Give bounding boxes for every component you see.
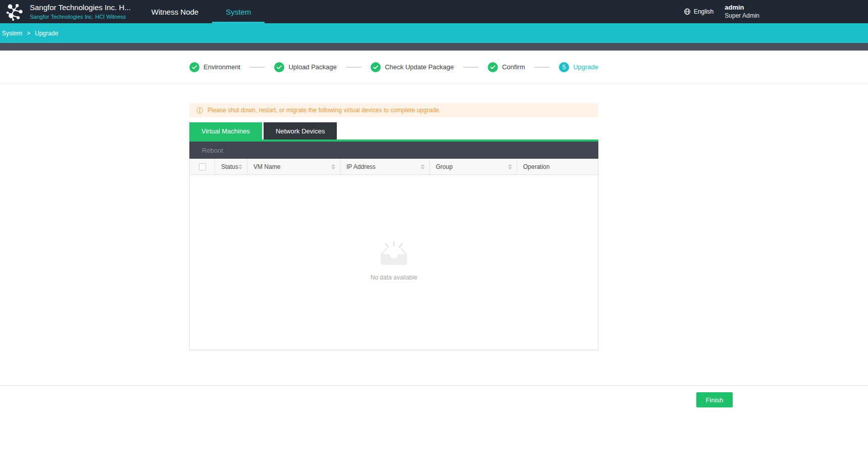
step-check-icon xyxy=(274,62,284,72)
user-menu[interactable]: admin Super Admin xyxy=(725,4,759,20)
column-header-status[interactable]: Status xyxy=(215,159,247,174)
stepper-row: Environment Upload Package Check Update … xyxy=(0,51,868,84)
brand-text: Sangfor Technologies Inc. H... Sangfor T… xyxy=(30,0,131,23)
column-label: Group xyxy=(436,163,452,170)
tab-virtual-machines[interactable]: Virtual Machines xyxy=(189,122,262,140)
tab-network-devices[interactable]: Network Devices xyxy=(264,122,337,140)
table-toolbar: Reboot xyxy=(189,142,598,159)
product-subtitle: Sangfor Technologies Inc. HCI Witness xyxy=(30,14,131,21)
sort-icon xyxy=(421,164,425,169)
nav-item-label: System xyxy=(226,8,251,16)
step-check-update-package: Check Update Package xyxy=(371,62,454,72)
breadcrumb-separator: > xyxy=(27,30,30,37)
step-upgrade-current: 5 Upgrade xyxy=(559,62,598,72)
sort-icon xyxy=(331,164,335,169)
header-right: English admin Super Admin xyxy=(684,0,868,23)
info-icon xyxy=(196,107,203,114)
brand-logo xyxy=(4,0,24,23)
column-header-ip-address[interactable]: IP Address xyxy=(340,159,429,174)
sort-icon xyxy=(508,164,512,169)
step-confirm: Confirm xyxy=(488,62,525,72)
user-name: admin xyxy=(725,4,759,12)
step-label: Upgrade xyxy=(573,63,598,71)
column-label: Status xyxy=(221,163,238,170)
step-check-icon xyxy=(371,62,381,72)
user-role: Super Admin xyxy=(725,12,759,20)
empty-inbox-icon xyxy=(377,241,411,267)
column-header-group[interactable]: Group xyxy=(429,159,517,174)
app-header: Sangfor Technologies Inc. H... Sangfor T… xyxy=(0,0,868,23)
step-connector xyxy=(249,67,265,68)
finish-button[interactable]: Finish xyxy=(696,392,733,407)
sub-header-strip xyxy=(0,43,868,51)
table-body: No data available xyxy=(189,175,598,350)
select-all-cell xyxy=(190,159,215,174)
select-all-checkbox[interactable] xyxy=(199,163,206,170)
step-check-icon xyxy=(189,62,199,72)
molecule-logo-icon xyxy=(4,2,24,22)
reboot-button[interactable]: Reboot xyxy=(202,147,223,154)
column-label: VM Name xyxy=(253,163,280,170)
step-label: Environment xyxy=(203,63,240,71)
column-label: IP Address xyxy=(346,163,376,170)
step-label: Confirm xyxy=(502,63,525,71)
notice-text: Please shut down, restart, or migrate th… xyxy=(208,107,441,114)
step-label: Upload Package xyxy=(288,63,336,71)
empty-state: No data available xyxy=(190,241,598,281)
nav-item-system[interactable]: System xyxy=(212,0,265,23)
step-environment: Environment xyxy=(189,62,240,72)
column-header-vm-name[interactable]: VM Name xyxy=(247,159,340,174)
breadcrumb-item-system[interactable]: System xyxy=(2,30,22,37)
column-label: Operation xyxy=(523,163,550,170)
empty-text: No data available xyxy=(371,274,418,281)
nav-item-label: Witness Node xyxy=(151,8,198,16)
step-connector xyxy=(346,67,362,68)
table-header: Status VM Name IP Address Group Operatio… xyxy=(189,159,598,175)
notice-banner: Please shut down, restart, or migrate th… xyxy=(189,103,598,117)
language-label: English xyxy=(694,8,713,15)
device-tabs: Virtual Machines Network Devices xyxy=(189,122,337,140)
step-connector xyxy=(463,67,479,68)
tab-label: Virtual Machines xyxy=(201,127,250,135)
language-selector[interactable]: English xyxy=(684,8,713,15)
top-nav: Witness Node System xyxy=(138,0,265,23)
step-check-icon xyxy=(488,62,498,72)
step-upload-package: Upload Package xyxy=(274,62,336,72)
column-header-operation: Operation xyxy=(517,159,598,174)
tab-label: Network Devices xyxy=(276,127,325,135)
upgrade-wizard-stepper: Environment Upload Package Check Update … xyxy=(189,62,598,72)
nav-item-witness-node[interactable]: Witness Node xyxy=(138,0,212,23)
product-title: Sangfor Technologies Inc. H... xyxy=(30,3,131,13)
footer-divider xyxy=(0,385,868,386)
step-connector xyxy=(534,67,550,68)
step-number-badge: 5 xyxy=(559,62,569,72)
step-label: Check Update Package xyxy=(385,63,454,71)
globe-icon xyxy=(684,8,691,15)
breadcrumb: System > Upgrade xyxy=(0,23,868,43)
breadcrumb-item-upgrade: Upgrade xyxy=(35,30,58,37)
sort-icon xyxy=(238,164,242,169)
